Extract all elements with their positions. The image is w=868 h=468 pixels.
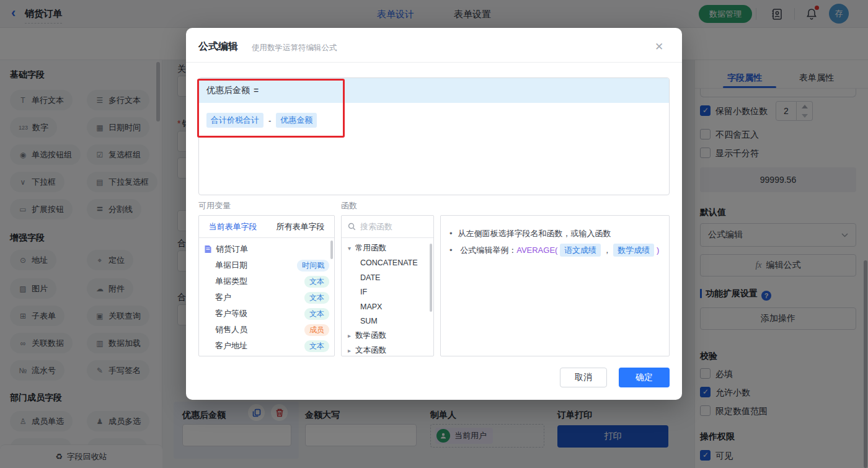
equals-sign: = [254,86,259,95]
variable-name: 客户地址 [215,340,247,351]
type-badge: 文本 [304,292,329,304]
variable-name: 单据类型 [215,276,247,287]
tab-current-form-fields[interactable]: 当前表单字段 [199,221,267,232]
variable-name: 客户等级 [215,308,247,319]
function-item[interactable]: MAPX [342,299,433,314]
modal-title: 公式编辑 [198,40,238,53]
type-badge: 文本 [304,340,329,352]
function-name: IF [360,288,367,296]
variable-row[interactable]: 客户地址文本 [199,338,334,354]
formula-field-chip[interactable]: 优惠金额 [276,113,317,128]
tab-all-form-fields[interactable]: 所有表单字段 [267,221,334,232]
variables-tabs: 当前表单字段 所有表单字段 [199,216,334,238]
group-label: 文本函数 [355,345,386,356]
group-label: 常用函数 [355,243,386,254]
function-item[interactable]: CONCATENATE [342,256,433,271]
chevron-down-icon: ▾ [348,245,355,252]
functions-scrollbar[interactable] [430,244,432,312]
functions-label: 函数 [341,200,357,211]
formula-editor[interactable]: 优惠后金额 = 合计价税合计 - 优惠金额 [198,77,670,195]
variable-name: 客户 [215,292,231,303]
comma: ， [603,245,611,255]
tip-example-line: 公式编辑举例：AVERAGE( 语文成绩 ， 数学成绩 ) [450,242,660,259]
type-badge: 文本 [304,276,329,288]
formula-target: 优惠后金额 [206,85,250,96]
function-group-math[interactable]: ▸数学函数 [342,329,433,343]
function-item[interactable]: IF [342,285,433,300]
type-badge: 成员 [304,324,329,336]
function-item[interactable]: DATE [342,270,433,285]
search-placeholder: 搜索函数 [360,221,392,232]
variable-row[interactable]: 销售人员成员 [199,322,334,338]
function-name: CONCATENATE [360,258,418,267]
example-field-chip: 数学成绩 [613,244,654,257]
variable-row[interactable]: 客户文本 [199,289,334,306]
document-icon [204,245,212,254]
function-name: SUM [360,317,378,325]
function-name: DATE [360,273,380,282]
tree-root-label: 销货订单 [216,244,248,255]
chevron-right-icon: ▸ [348,347,355,354]
functions-box: 搜索函数 ▾常用函数 CONCATENATE DATE IF MAPX SUM … [341,215,434,356]
tip-example-prefix: 公式编辑举例： [460,245,516,255]
type-badge: 文本 [304,308,329,320]
modal-subtitle: 使用数学运算符编辑公式 [252,43,337,53]
average-function: AVERAGE( [516,245,557,255]
search-icon [348,223,356,231]
variable-row[interactable]: 客户等级文本 [199,306,334,322]
confirm-button[interactable]: 确定 [619,368,670,387]
formula-expression[interactable]: 合计价税合计 - 优惠金额 [199,103,669,138]
variable-name: 单据日期 [215,260,247,271]
cancel-button[interactable]: 取消 [560,368,607,387]
function-group-text[interactable]: ▸文本函数 [342,343,433,357]
type-badge: 时间戳 [297,260,329,272]
divider [186,62,682,63]
formula-operator: - [268,116,271,125]
variable-row[interactable]: 单据日期时间戳 [199,257,334,273]
chevron-right-icon: ▸ [348,332,355,339]
tip-line: 从左侧面板选择字段名和函数，或输入函数 [450,226,660,242]
formula-edit-modal: 公式编辑 使用数学运算符编辑公式 ✕ 优惠后金额 = 合计价税合计 - 优惠金额… [186,28,682,400]
variables-box: 当前表单字段 所有表单字段 销货订单 单据日期时间戳 单据类型文本 客户文本 客… [198,215,335,356]
formula-field-chip[interactable]: 合计价税合计 [206,113,264,128]
example-field-chip: 语文成绩 [560,244,601,257]
formula-target-band: 优惠后金额 = [199,78,669,103]
function-item[interactable]: SUM [342,314,433,329]
function-name: MAPX [360,302,382,311]
variable-row[interactable]: 单据类型文本 [199,273,334,289]
variables-label: 可用变量 [198,200,231,211]
variables-scrollbar[interactable] [330,241,333,259]
variable-name: 销售人员 [215,324,247,335]
tree-root-row[interactable]: 销货订单 [199,241,334,257]
tips-box: 从左侧面板选择字段名和函数，或输入函数 公式编辑举例：AVERAGE( 语文成绩… [440,215,670,356]
function-group-common[interactable]: ▾常用函数 [342,241,433,256]
function-search[interactable]: 搜索函数 [342,216,433,238]
close-paren: ) [657,245,659,255]
close-icon[interactable]: ✕ [655,40,663,53]
group-label: 数学函数 [355,330,386,341]
